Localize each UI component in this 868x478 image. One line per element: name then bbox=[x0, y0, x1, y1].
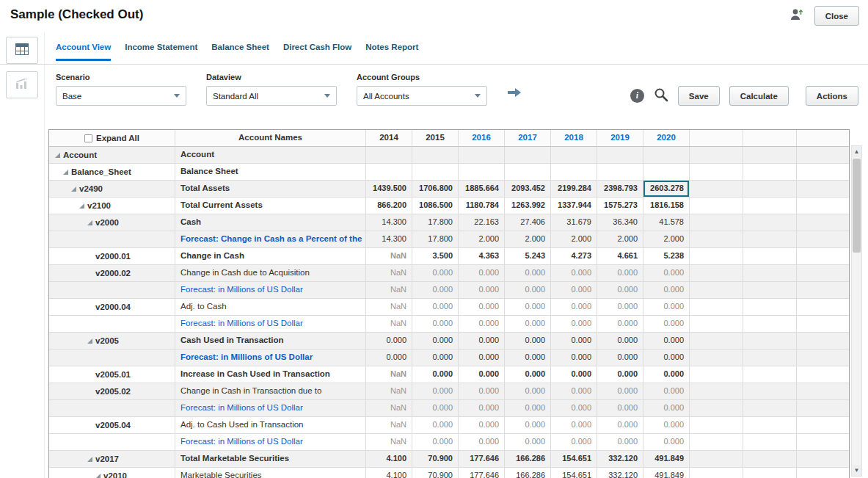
value-cell[interactable]: 0.000 bbox=[643, 400, 690, 416]
value-cell[interactable]: 0.000 bbox=[505, 417, 551, 433]
empty-cell[interactable] bbox=[690, 181, 743, 197]
value-cell[interactable]: 177.646 bbox=[459, 468, 505, 478]
account-code-cell[interactable] bbox=[49, 316, 175, 332]
value-cell[interactable]: 332.120 bbox=[597, 468, 643, 478]
empty-cell[interactable] bbox=[797, 299, 850, 315]
value-cell[interactable] bbox=[459, 164, 505, 180]
empty-cell[interactable] bbox=[797, 417, 850, 433]
empty-cell[interactable] bbox=[690, 366, 743, 383]
value-cell[interactable]: 0.000 bbox=[459, 400, 505, 416]
value-cell[interactable]: 0.000 bbox=[597, 333, 643, 349]
scenario-select[interactable]: Base bbox=[56, 86, 186, 106]
empty-cell[interactable] bbox=[690, 350, 743, 366]
value-cell[interactable]: 0.000 bbox=[412, 350, 459, 366]
value-cell[interactable]: 27.406 bbox=[505, 214, 551, 231]
empty-cell[interactable] bbox=[743, 231, 797, 247]
value-cell[interactable]: 0.000 bbox=[412, 417, 459, 433]
value-cell[interactable]: 0.000 bbox=[597, 350, 643, 366]
value-cell[interactable]: 1439.500 bbox=[366, 181, 412, 197]
table-row[interactable]: Forecast: in Millions of US Dollar0.0000… bbox=[49, 350, 849, 366]
year-column-header[interactable]: 2020 bbox=[643, 130, 690, 146]
value-cell[interactable]: 0.000 bbox=[643, 434, 690, 450]
account-name-cell[interactable]: Forecast: in Millions of US Dollar bbox=[175, 316, 366, 332]
value-cell[interactable]: 4.100 bbox=[366, 451, 412, 467]
value-cell[interactable]: 2199.284 bbox=[551, 181, 597, 197]
account-code-cell[interactable] bbox=[49, 231, 175, 247]
account-name-cell[interactable]: Account bbox=[175, 147, 366, 163]
empty-cell[interactable] bbox=[797, 164, 850, 180]
value-cell[interactable]: 1575.273 bbox=[597, 198, 643, 214]
account-code-cell[interactable]: v2100 bbox=[49, 198, 175, 214]
year-column-header[interactable]: 2014 bbox=[366, 130, 412, 146]
empty-cell[interactable] bbox=[690, 231, 743, 247]
value-cell[interactable]: 0.000 bbox=[412, 366, 459, 383]
value-cell[interactable]: NaN bbox=[366, 316, 412, 332]
account-name-cell[interactable]: Change in Cash in Transaction due to bbox=[175, 383, 366, 399]
empty-cell[interactable] bbox=[690, 400, 743, 416]
value-cell[interactable]: 0.000 bbox=[459, 316, 505, 332]
empty-cell[interactable] bbox=[690, 451, 743, 467]
chart-view-button[interactable] bbox=[6, 71, 38, 98]
value-cell[interactable]: 0.000 bbox=[597, 383, 643, 399]
value-cell[interactable]: 70.900 bbox=[412, 451, 459, 467]
scroll-thumb[interactable] bbox=[853, 159, 861, 253]
empty-cell[interactable] bbox=[797, 383, 850, 399]
value-cell[interactable]: 0.000 bbox=[597, 316, 643, 332]
value-cell[interactable]: 4.100 bbox=[366, 468, 412, 478]
empty-cell[interactable] bbox=[743, 181, 797, 197]
empty-cell[interactable] bbox=[797, 214, 850, 231]
value-cell[interactable]: 0.000 bbox=[643, 282, 690, 298]
vertical-scrollbar[interactable]: ▲ ▼ bbox=[851, 145, 862, 477]
account-code-cell[interactable]: v2010 bbox=[49, 468, 175, 478]
expand-triangle-icon[interactable] bbox=[71, 187, 76, 192]
empty-cell[interactable] bbox=[797, 231, 850, 247]
value-cell[interactable]: 14.300 bbox=[366, 231, 412, 247]
account-code-cell[interactable] bbox=[49, 434, 175, 450]
account-code-cell[interactable]: v2005.04 bbox=[49, 417, 175, 433]
value-cell[interactable]: 0.000 bbox=[366, 333, 412, 349]
expand-triangle-icon[interactable] bbox=[55, 153, 60, 158]
value-cell[interactable]: 0.000 bbox=[412, 383, 459, 399]
actions-button[interactable]: Actions bbox=[806, 86, 858, 106]
empty-cell[interactable] bbox=[743, 265, 797, 281]
value-cell[interactable]: 0.000 bbox=[505, 350, 551, 366]
table-row[interactable]: v2490Total Assets1439.5001706.8001885.66… bbox=[49, 181, 849, 198]
expand-triangle-icon[interactable] bbox=[87, 457, 92, 462]
info-icon[interactable]: i bbox=[630, 89, 644, 103]
empty-cell[interactable] bbox=[690, 164, 743, 180]
table-row[interactable]: AccountAccount bbox=[49, 147, 849, 164]
value-cell[interactable]: 0.000 bbox=[366, 350, 412, 366]
empty-cell[interactable] bbox=[797, 198, 850, 214]
value-cell[interactable]: 2093.452 bbox=[505, 181, 551, 197]
value-cell[interactable]: 17.800 bbox=[412, 214, 459, 231]
value-cell[interactable]: 0.000 bbox=[412, 282, 459, 298]
value-cell[interactable]: 0.000 bbox=[597, 417, 643, 433]
account-name-cell[interactable]: Forecast: in Millions of US Dollar bbox=[175, 434, 366, 450]
table-row[interactable]: v2005.04Adj. to Cash Used in Transaction… bbox=[49, 417, 849, 434]
value-cell[interactable]: 0.000 bbox=[505, 333, 551, 349]
empty-cell[interactable] bbox=[743, 417, 797, 433]
empty-cell[interactable] bbox=[743, 383, 797, 399]
table-row[interactable]: v2000.04Adj. to CashNaN0.0000.0000.0000.… bbox=[49, 299, 849, 316]
value-cell[interactable]: 1706.800 bbox=[412, 181, 459, 197]
empty-cell[interactable] bbox=[797, 434, 850, 450]
value-cell[interactable]: 0.000 bbox=[643, 417, 690, 433]
value-cell[interactable]: 0.000 bbox=[551, 299, 597, 315]
value-cell[interactable]: 0.000 bbox=[551, 350, 597, 366]
value-cell[interactable] bbox=[551, 147, 597, 163]
value-cell[interactable]: 1337.944 bbox=[551, 198, 597, 214]
account-name-cell[interactable]: Forecast: in Millions of US Dollar bbox=[175, 400, 366, 416]
value-cell[interactable]: 4.661 bbox=[597, 248, 643, 264]
value-cell[interactable]: 0.000 bbox=[551, 316, 597, 332]
table-row[interactable]: v2010Marketable Securities4.10070.900177… bbox=[49, 468, 849, 478]
account-name-cell[interactable]: Cash bbox=[175, 214, 366, 231]
table-row[interactable]: v2000Cash14.30017.80022.16327.40631.6793… bbox=[49, 214, 849, 231]
tab-income-statement[interactable]: Income Statement bbox=[125, 43, 197, 61]
empty-cell[interactable] bbox=[797, 248, 850, 264]
empty-cell[interactable] bbox=[743, 468, 797, 478]
value-cell[interactable]: 177.646 bbox=[459, 451, 505, 467]
account-name-cell[interactable]: Forecast: in Millions of US Dollar bbox=[175, 282, 366, 298]
account-name-cell[interactable]: Cash Used in Transaction bbox=[175, 333, 366, 349]
year-column-header[interactable]: 2019 bbox=[597, 130, 643, 146]
value-cell[interactable]: 491.849 bbox=[643, 451, 690, 467]
